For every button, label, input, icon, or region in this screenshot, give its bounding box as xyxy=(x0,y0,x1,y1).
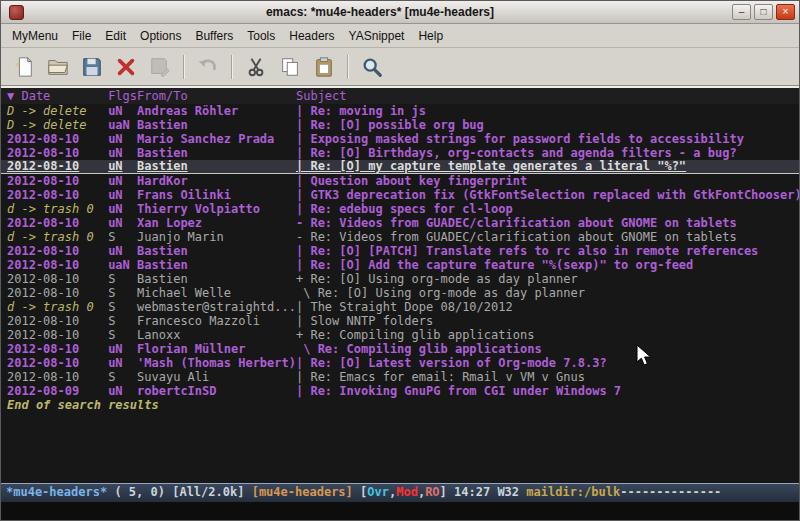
message-row[interactable]: 2012-08-10uNHardKor| Question about key … xyxy=(1,174,799,188)
toolbar-separator xyxy=(183,55,185,79)
modeline-plain: ( 5, 0) xyxy=(107,485,172,499)
message-row[interactable]: 2012-08-10uNBastien| Re: [O] [PATCH] Tra… xyxy=(1,244,799,258)
open-file-icon[interactable] xyxy=(44,53,72,81)
message-row[interactable]: 2012-08-09uNrobertcInSD| Re: Invoking Gn… xyxy=(1,384,799,398)
message-subject: | Re: [O] [PATCH] Translate refs to rc a… xyxy=(296,244,758,258)
message-date: 2012-08-10 xyxy=(7,328,108,342)
message-row[interactable]: 2012-08-10uNMario Sanchez Prada| Exposin… xyxy=(1,132,799,146)
message-subject: | Re: [O] Birthdays, org-contacts and ag… xyxy=(296,146,737,160)
message-subject: | Re: [O] Add the capture feature "%(sex… xyxy=(296,258,693,272)
message-mark: D -> delete xyxy=(7,118,108,132)
message-subject: | Slow NNTP folders xyxy=(296,314,433,328)
message-row[interactable]: 2012-08-10uNXan Lopez- Re: Videos from G… xyxy=(1,216,799,230)
message-from: HardKor xyxy=(137,174,296,188)
save-as-icon xyxy=(146,53,174,81)
menu-headers[interactable]: Headers xyxy=(282,25,341,47)
message-subject: + Re: Compiling glib applications xyxy=(296,328,534,342)
message-date: 2012-08-09 xyxy=(7,384,108,398)
message-from: Michael Welle xyxy=(137,286,296,300)
message-row[interactable]: 2012-08-10SSuvayu Ali| Re: Emacs for ema… xyxy=(1,370,799,384)
message-row[interactable]: 2012-08-10uNFlorian Müllner \ Re: Compil… xyxy=(1,342,799,356)
message-row[interactable]: d -> trash 0SJuanjo Marin- Re: Videos fr… xyxy=(1,230,799,244)
titlebar[interactable]: emacs: *mu4e-headers* [mu4e-headers] – □… xyxy=(1,1,799,24)
message-from: Xan Lopez xyxy=(137,216,296,230)
message-row[interactable]: 2012-08-10SLanoxx+ Re: Compiling glib ap… xyxy=(1,328,799,342)
message-date: 2012-08-10 xyxy=(7,370,108,384)
message-from: Suvayu Ali xyxy=(137,370,296,384)
column-header-subject[interactable]: Subject xyxy=(296,89,347,103)
message-date: 2012-08-10 xyxy=(7,160,108,173)
message-row-current[interactable]: 2012-08-10uNBastien| Re: [O] my capture … xyxy=(1,160,799,174)
message-from: 'Mash (Thomas Herbert) xyxy=(137,356,296,370)
message-flags: S xyxy=(108,314,137,328)
message-row[interactable]: D -> deleteuNAndreas Röhler| Re: moving … xyxy=(1,104,799,118)
copy-icon[interactable] xyxy=(276,53,304,81)
message-row[interactable]: 2012-08-10SBastien+ Re: [O] Using org-mo… xyxy=(1,272,799,286)
column-header-date[interactable]: ▼ Date xyxy=(7,88,108,104)
message-subject: | Re: moving in js xyxy=(296,104,426,118)
message-from: Bastien xyxy=(137,258,296,272)
message-subject: + Re: [O] Using org-mode as day planner xyxy=(296,272,578,286)
menu-bar: MyMenuFileEditOptionsBuffersToolsHeaders… xyxy=(1,24,799,48)
message-row[interactable]: 2012-08-10uN'Mash (Thomas Herbert)| Re: … xyxy=(1,356,799,370)
message-from: Juanjo Marin xyxy=(137,230,296,244)
column-header-flags[interactable]: Flgs xyxy=(108,88,137,104)
message-flags: uN xyxy=(108,216,137,230)
modeline-plain: 14:27 W32 xyxy=(454,485,526,499)
close-button[interactable]: × xyxy=(776,4,795,20)
menu-file[interactable]: File xyxy=(65,25,98,47)
message-date: 2012-08-10 xyxy=(7,356,108,370)
cut-icon[interactable] xyxy=(242,53,270,81)
menu-options[interactable]: Options xyxy=(133,25,188,47)
message-from: robertcInSD xyxy=(137,384,296,398)
save-icon[interactable] xyxy=(78,53,106,81)
message-subject: - Re: Videos from GUADEC/clarification a… xyxy=(296,216,737,230)
maximize-button[interactable]: □ xyxy=(754,4,773,20)
message-date: 2012-08-10 xyxy=(7,244,108,258)
buffer-area[interactable]: ▼ DateFlgsFrom/ToSubject D -> deleteuNAn… xyxy=(1,86,799,483)
message-row[interactable]: 2012-08-10uNBastien| Re: [O] Birthdays, … xyxy=(1,146,799,160)
modeline-ovr: Ovr xyxy=(367,485,389,499)
search-icon[interactable] xyxy=(358,53,386,81)
message-row[interactable]: d -> trash 0uNThierry Volpiatto| Re: ede… xyxy=(1,202,799,216)
undo-icon xyxy=(194,53,222,81)
message-flags: uN xyxy=(108,202,137,216)
message-flags: S xyxy=(108,230,137,244)
message-from: Lanoxx xyxy=(137,328,296,342)
modeline-plain: [All/2.0k] xyxy=(172,485,251,499)
message-row[interactable]: 2012-08-10SMichael Welle \ Re: [O] Using… xyxy=(1,286,799,300)
message-row[interactable]: 2012-08-10uNFrans Oilinki| GTK3 deprecat… xyxy=(1,188,799,202)
message-subject: | Re: [O] Latest version of Org-mode 7.8… xyxy=(296,356,607,370)
message-row[interactable]: d -> trash 0Swebmaster@straightd...| The… xyxy=(1,300,799,314)
menu-edit[interactable]: Edit xyxy=(98,25,133,47)
message-row[interactable]: 2012-08-10SFrancesco Mazzoli| Slow NNTP … xyxy=(1,314,799,328)
menu-tools[interactable]: Tools xyxy=(240,25,282,47)
message-date: 2012-08-10 xyxy=(7,216,108,230)
menu-yasnippet[interactable]: YASnippet xyxy=(342,25,412,47)
message-flags: uN xyxy=(108,384,137,398)
message-subject: \ Re: Compiling glib applications xyxy=(296,342,542,356)
message-flags: S xyxy=(108,328,137,342)
close-buffer-icon[interactable] xyxy=(112,53,140,81)
menu-help[interactable]: Help xyxy=(411,25,450,47)
menu-buffers[interactable]: Buffers xyxy=(188,25,240,47)
toolbar-separator xyxy=(347,55,349,79)
message-row[interactable]: 2012-08-10uaNBastien| Re: [O] Add the ca… xyxy=(1,258,799,272)
minibuffer[interactable] xyxy=(1,502,799,520)
message-date: 2012-08-10 xyxy=(7,342,108,356)
message-from: Mario Sanchez Prada xyxy=(137,132,296,146)
modeline-mod: Mod xyxy=(396,485,418,499)
message-subject: | Re: Invoking GnuPG from CGI under Wind… xyxy=(296,384,621,398)
message-date: 2012-08-10 xyxy=(7,258,108,272)
minimize-button[interactable]: – xyxy=(732,4,751,20)
message-flags: S xyxy=(108,300,137,314)
message-row[interactable]: D -> deleteuaNBastien| Re: [O] possible … xyxy=(1,118,799,132)
column-header-from[interactable]: From/To xyxy=(137,88,296,104)
message-date: 2012-08-10 xyxy=(7,272,108,286)
end-of-results: End of search results xyxy=(1,398,799,412)
paste-icon[interactable] xyxy=(310,53,338,81)
app-icon[interactable] xyxy=(9,5,24,20)
message-subject: | Re: [O] possible org bug xyxy=(296,118,484,132)
new-file-icon[interactable] xyxy=(10,53,38,81)
menu-mymenu[interactable]: MyMenu xyxy=(5,25,65,47)
